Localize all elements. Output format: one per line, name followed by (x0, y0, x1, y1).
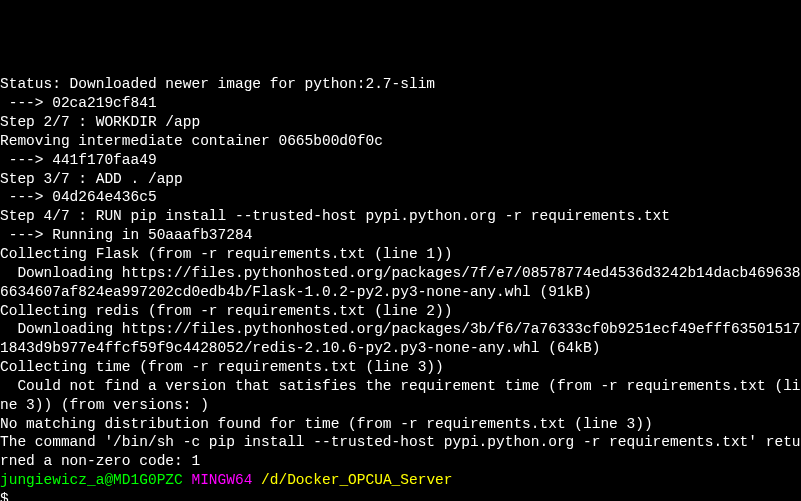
prompt-user: jungiewicz_a@MD1G0PZC (0, 472, 183, 488)
output-line: Removing intermediate container 0665b00d… (0, 132, 801, 151)
prompt-mingw: MINGW64 (191, 472, 252, 488)
output-line: ---> 02ca219cf841 (0, 94, 801, 113)
prompt-line: jungiewicz_a@MD1G0PZC MINGW64 /d/Docker_… (0, 471, 801, 490)
output-line: Status: Downloaded newer image for pytho… (0, 75, 801, 94)
output-line: ---> 04d264e436c5 (0, 188, 801, 207)
output-line: Could not find a version that satisfies … (0, 377, 801, 415)
terminal-output[interactable]: Status: Downloaded newer image for pytho… (0, 75, 801, 501)
output-line: Step 4/7 : RUN pip install --trusted-hos… (0, 207, 801, 226)
prompt-path: /d/Docker_OPCUA_Server (261, 472, 452, 488)
output-line: The command '/bin/sh -c pip install --tr… (0, 433, 801, 471)
output-line: Collecting redis (from -r requirements.t… (0, 302, 801, 321)
output-line: No matching distribution found for time … (0, 415, 801, 434)
output-line: Downloading https://files.pythonhosted.o… (0, 320, 801, 358)
prompt-dollar[interactable]: $ (0, 490, 801, 501)
output-line: Step 3/7 : ADD . /app (0, 170, 801, 189)
output-line: Collecting Flask (from -r requirements.t… (0, 245, 801, 264)
prompt-space (252, 472, 261, 488)
output-line: Downloading https://files.pythonhosted.o… (0, 264, 801, 302)
output-line: ---> 441f170faa49 (0, 151, 801, 170)
output-line: Step 2/7 : WORKDIR /app (0, 113, 801, 132)
output-line: Collecting time (from -r requirements.tx… (0, 358, 801, 377)
output-line: ---> Running in 50aaafb37284 (0, 226, 801, 245)
